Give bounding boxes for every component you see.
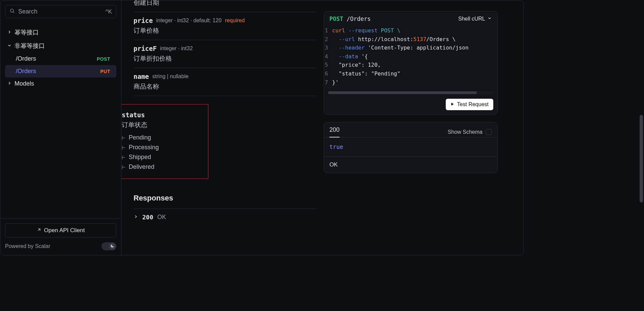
response-item[interactable]: 200 OK [134, 209, 317, 225]
sidebar-section-nonidempotent[interactable]: 非幂等接口 [5, 39, 116, 53]
open-api-client-button[interactable]: Open API Client [5, 223, 116, 238]
search-input[interactable]: Search ^K [5, 5, 116, 18]
field-desc: 商品名称 [134, 82, 317, 91]
sidebar-item-path: /Orders [16, 55, 36, 62]
page-scrollbar[interactable] [639, 0, 644, 311]
code-scrollbar[interactable] [328, 91, 493, 94]
open-api-label: Open API Client [44, 227, 85, 234]
status-highlight-box: status 订单状态 ⊢Pending ⊢Processing ⊢Shippe… [121, 104, 208, 179]
field-type: integer · int32 [160, 45, 193, 52]
svg-point-0 [10, 9, 13, 12]
field-desc: 订单状态 [122, 121, 203, 129]
language-label: Shell cURL [458, 16, 485, 22]
code-method: POST [329, 15, 343, 22]
language-select[interactable]: Shell cURL [458, 16, 492, 22]
field-name: priceF [134, 45, 157, 52]
theme-toggle[interactable] [101, 242, 116, 250]
response-label: OK [157, 214, 166, 221]
sidebar-item-models[interactable]: Models [5, 77, 116, 90]
code-sample-panel: POST /Orders Shell cURL 1curl --request … [324, 11, 498, 115]
test-request-button[interactable]: Test Request [446, 99, 493, 110]
enum-marker-icon: ⊢ [122, 163, 125, 170]
enum-value: ⊢Processing [122, 143, 203, 152]
chevron-right-icon [7, 29, 12, 36]
search-icon [9, 8, 15, 15]
chevron-down-icon [7, 42, 12, 50]
enum-marker-icon: ⊢ [122, 144, 125, 151]
response-code: 200 [142, 214, 153, 221]
enum-value: ⊢Shipped [122, 152, 203, 162]
field-name: status [122, 111, 203, 119]
field-desc: 订单折扣价格 [134, 54, 317, 63]
powered-by-label: Powered by Scalar [5, 243, 50, 249]
chevron-right-icon [134, 214, 138, 221]
response-ok-label: OK [324, 157, 497, 173]
show-schema-toggle[interactable]: Show Schema [448, 129, 492, 135]
enum-value: ⊢Pending [122, 133, 203, 143]
response-body: true [324, 137, 497, 157]
field-name: name [134, 73, 149, 80]
sidebar-section-idempotent[interactable]: 幂等接口 [5, 26, 116, 39]
field-desc: 订单价格 [134, 26, 317, 35]
field-type: integer · int32 · default: 120 [156, 18, 222, 24]
method-badge: POST [97, 56, 110, 62]
code-path: /Orders [347, 15, 371, 22]
sidebar-section-label: 非幂等接口 [14, 42, 45, 50]
search-placeholder: Search [18, 8, 37, 15]
chevron-right-icon [7, 80, 12, 87]
external-link-icon [37, 227, 41, 234]
response-tab-200[interactable]: 200 [329, 126, 340, 137]
sidebar-item-orders-put[interactable]: /Orders PUT [5, 65, 116, 77]
response-panel: 200 Show Schema true OK [324, 122, 498, 173]
code-block[interactable]: 1curl --request POST \2 --url http://loc… [324, 26, 497, 89]
method-badge: PUT [100, 69, 111, 74]
show-schema-label: Show Schema [448, 129, 482, 135]
responses-heading: Responses [134, 194, 317, 203]
sidebar-item-path: /Orders [16, 68, 36, 75]
play-icon [450, 101, 455, 107]
svg-line-1 [13, 12, 14, 13]
field-required: required [225, 18, 245, 24]
sidebar-section-label: 幂等接口 [14, 28, 39, 36]
field-type: string | nullable [152, 73, 188, 80]
enum-marker-icon: ⊢ [122, 154, 125, 161]
test-request-label: Test Request [457, 101, 489, 107]
moon-icon [110, 243, 114, 249]
search-shortcut: ^K [106, 8, 112, 15]
field-name: price [134, 17, 153, 24]
enum-value: ⊢Delivered [122, 162, 203, 172]
checkbox-icon [486, 129, 492, 135]
sidebar-models-label: Models [14, 80, 34, 87]
svg-marker-2 [451, 103, 453, 106]
enum-marker-icon: ⊢ [122, 134, 125, 141]
chevron-down-icon [487, 16, 492, 22]
field-desc: 创建日期 [134, 0, 317, 7]
sidebar-item-orders-post[interactable]: /Orders POST [5, 53, 116, 65]
